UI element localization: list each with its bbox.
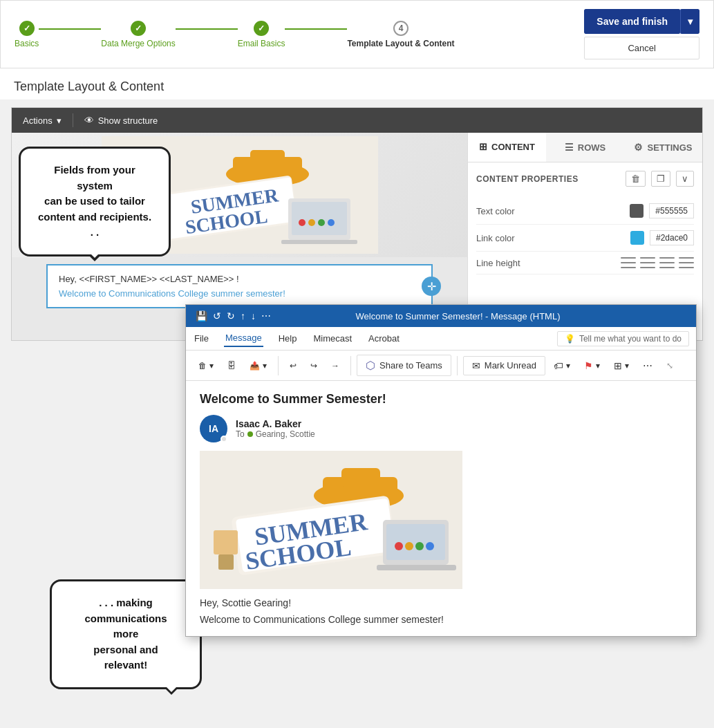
trash-icon: 🗑 [631, 174, 640, 184]
sender-avatar: IA [200, 415, 227, 442]
collapse-button[interactable]: ∨ [676, 171, 694, 187]
speech-bubble-top: Fields from your systemcan be used to ta… [19, 147, 171, 256]
teams-icon: ⬡ [366, 359, 375, 372]
svg-point-12 [308, 219, 315, 226]
outlook-title-content: 💾 ↺ ↻ ↑ ↓ ⋯ [196, 310, 271, 321]
sender-row: IA Isaac A. Baker To Gearing, Scottie [200, 415, 682, 442]
step-4-circle: 4 [393, 21, 408, 36]
save-btn-wrapper: Save and finish ▾ [584, 9, 699, 34]
menu-mimecast[interactable]: Mimecast [312, 330, 353, 346]
more-icon: ⋯ [261, 310, 271, 321]
step-2: ✓ Data Merge Options [101, 21, 175, 48]
svg-rect-32 [214, 530, 238, 554]
grid-icon: ⊞ [479, 141, 487, 152]
eye-icon: 👁 [84, 115, 94, 126]
resize-icon: ⤡ [666, 361, 673, 371]
content-properties-panel: CONTENT PROPERTIES 🗑 ❐ ∨ [468, 162, 702, 283]
mark-unread-button[interactable]: ✉ Mark Unread [463, 356, 545, 375]
line-height-loose[interactable] [679, 257, 694, 268]
menu-acrobat[interactable]: Acrobat [367, 330, 401, 346]
archive-ribbon-btn[interactable]: 🗄 [222, 358, 241, 373]
undo-ribbon-btn[interactable]: ↩ [284, 358, 302, 373]
save-and-finish-button[interactable]: Save and finish [584, 9, 680, 34]
envelope-icon: ✉ [472, 360, 480, 371]
link-color-row: Link color #2dace0 [476, 225, 694, 252]
tags-button[interactable]: 🏷 ▾ [548, 357, 576, 374]
line-height-label: Line height [476, 258, 520, 268]
share-to-teams-label: Share to Teams [379, 360, 442, 371]
svg-point-13 [318, 219, 325, 226]
svg-rect-27 [377, 565, 456, 570]
step-connector-3 [285, 28, 347, 30]
tab-content[interactable]: ⊞ CONTENT [468, 133, 546, 162]
text-color-swatch[interactable] [630, 204, 643, 218]
step-3-label[interactable]: Email Basics [238, 39, 285, 48]
ribbon-sep-2 [350, 356, 351, 375]
svg-point-30 [415, 542, 424, 550]
tab-rows[interactable]: ☰ ROWS [546, 133, 624, 162]
text-color-value: #555555 [649, 203, 694, 218]
outlook-search-bar[interactable]: 💡 Tell me what you want to do [557, 331, 689, 346]
link-color-swatch-row[interactable]: #2dace0 [630, 230, 694, 245]
menu-message[interactable]: Message [224, 330, 263, 347]
move-ribbon-btn[interactable]: 📤 ▾ [244, 358, 272, 373]
to-label: To [236, 429, 245, 439]
share-to-teams-button[interactable]: ⬡ Share to Teams [357, 355, 451, 376]
forward-ribbon-icon: → [331, 361, 339, 371]
line-height-medium[interactable] [659, 257, 675, 268]
search-placeholder-text: Tell me what you want to do [579, 334, 682, 344]
view-dropdown-icon: ▾ [625, 361, 629, 371]
outlook-summer-image: SUMMER SCHOOL [200, 451, 462, 589]
step-1-label[interactable]: Basics [15, 39, 39, 48]
text-color-swatch-row[interactable]: #555555 [630, 203, 694, 218]
tab-settings[interactable]: ⚙ SETTINGS [624, 133, 702, 162]
step-connector-2 [176, 28, 238, 30]
link-color-value: #2dace0 [650, 230, 694, 245]
props-title: CONTENT PROPERTIES [476, 174, 579, 184]
copy-button[interactable]: ❐ [651, 171, 670, 187]
view-button[interactable]: ⊞ ▾ [608, 357, 635, 374]
step-4-label: Template Layout & Content [347, 39, 454, 48]
email-subject: Welcome to Summer Semester! [200, 392, 682, 407]
outlook-titlebar: 💾 ↺ ↻ ↑ ↓ ⋯ Welcome to Summer Semester! … [186, 305, 696, 327]
ribbon-sep-3 [457, 356, 458, 375]
outlook-menu-bar: File Message Help Mimecast Acrobat 💡 Tel… [186, 327, 696, 351]
more-ribbon-btn[interactable]: ⋯ [637, 357, 658, 374]
copy-icon: ❐ [657, 174, 665, 184]
speech-bubble-top-text: Fields from your systemcan be used to ta… [38, 164, 151, 238]
editor-toolbar: Actions ▾ 👁 Show structure [12, 108, 702, 133]
actions-button[interactable]: Actions ▾ [23, 115, 62, 126]
svg-point-14 [328, 219, 335, 226]
sender-info: Isaac A. Baker To Gearing, Scottie [236, 418, 315, 439]
show-structure-button[interactable]: 👁 Show structure [84, 115, 158, 126]
save-dropdown-button[interactable]: ▾ [680, 9, 699, 34]
save-button-group: Save and finish ▾ Cancel [584, 9, 699, 59]
more-ribbon-icon: ⋯ [643, 360, 652, 371]
speech-bubble-bottom-text: . . . makingcommunications morepersonal … [84, 597, 167, 671]
line-height-compact[interactable] [621, 257, 636, 268]
line-height-normal[interactable] [640, 257, 655, 268]
sender-name: Isaac A. Baker [236, 418, 315, 429]
undo-icon: ↺ [213, 310, 221, 321]
forward-ribbon-btn[interactable]: → [326, 358, 345, 373]
link-color-swatch[interactable] [630, 231, 644, 245]
redo-ribbon-btn[interactable]: ↪ [305, 358, 323, 373]
flag-dropdown-icon: ▾ [596, 361, 600, 371]
svg-point-31 [426, 542, 434, 550]
step-2-label[interactable]: Data Merge Options [101, 39, 175, 48]
page-title-bar: Template Layout & Content [0, 68, 714, 100]
speech-bubble-bottom: . . . makingcommunications morepersonal … [50, 579, 202, 689]
delete-ribbon-btn[interactable]: 🗑 ▾ [193, 358, 219, 373]
flag-button[interactable]: ⚑ ▾ [579, 357, 605, 374]
delete-button[interactable]: 🗑 [626, 171, 646, 187]
menu-help[interactable]: Help [277, 330, 299, 346]
menu-file[interactable]: File [193, 330, 210, 346]
view-icon: ⊞ [614, 360, 622, 371]
cancel-button[interactable]: Cancel [584, 37, 699, 59]
resize-btn[interactable]: ⤡ [661, 358, 679, 373]
steps-progress: ✓ Basics ✓ Data Merge Options ✓ Email Ba… [15, 14, 455, 55]
svg-rect-10 [281, 240, 357, 244]
drag-handle[interactable]: ✛ [422, 277, 441, 296]
right-panel-tabs: ⊞ CONTENT ☰ ROWS ⚙ SETTINGS [468, 133, 702, 162]
email-merge-tag-box[interactable]: Hey, <<FIRST_NAME>> <<LAST_NAME>> ! Welc… [46, 264, 433, 308]
